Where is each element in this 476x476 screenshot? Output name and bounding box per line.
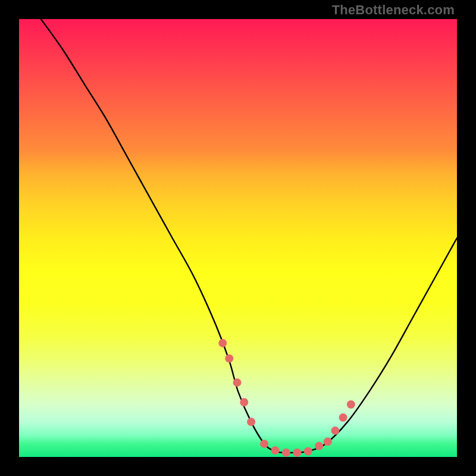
highlight-dot: [233, 378, 242, 387]
highlight-dot: [293, 449, 301, 457]
highlight-dot: [247, 418, 255, 426]
highlight-dot: [282, 449, 290, 457]
highlight-dot: [240, 398, 248, 406]
highlight-markers: [218, 339, 355, 457]
highlight-dot: [225, 354, 233, 362]
highlight-dot: [260, 440, 268, 448]
bottleneck-curve: [41, 19, 457, 453]
highlight-dot: [304, 447, 312, 455]
highlight-dot: [315, 442, 323, 450]
highlight-dot: [218, 339, 227, 347]
highlight-dot: [339, 414, 347, 422]
highlight-dot: [347, 400, 355, 409]
chart-svg: [19, 19, 457, 457]
highlight-dot: [331, 427, 339, 435]
highlight-dot: [324, 437, 332, 446]
watermark-text: TheBottleneck.com: [332, 2, 455, 18]
highlight-dot: [271, 446, 280, 455]
